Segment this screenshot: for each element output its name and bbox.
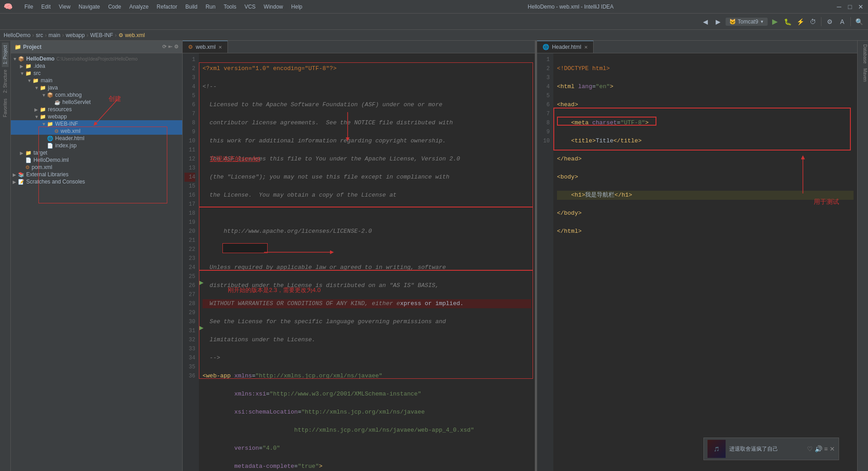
menu-build[interactable]: Build	[182, 3, 201, 11]
back-button[interactable]: ◀	[700, 16, 711, 27]
menu-run[interactable]: Run	[202, 3, 219, 11]
editor-area: ⚙ web.xml ✕ 12345 678910 1112131415 1617…	[183, 41, 857, 471]
tree-helloservlet[interactable]: ☕ helloServlet	[11, 99, 182, 106]
project-icon: 📦	[18, 56, 24, 62]
code-line: </head>	[557, 155, 854, 164]
search-button[interactable]: 🔍	[854, 16, 864, 27]
tree-arrow: ▼	[34, 114, 40, 119]
tree-label-webinf: WEB-INF	[55, 121, 78, 127]
tree-target[interactable]: ▶ 📁 target	[11, 149, 182, 156]
breadcrumb-webapp[interactable]: webapp	[66, 32, 85, 38]
database-tab[interactable]: Database	[859, 42, 868, 66]
menu-analyze[interactable]: Analyze	[126, 3, 152, 11]
menu-help[interactable]: Help	[288, 3, 306, 11]
tree-idea[interactable]: ▶ 📁 .idea	[11, 62, 182, 70]
tree-arrow: ▶	[13, 172, 18, 177]
translate-button[interactable]: A	[837, 16, 848, 27]
tab-structure[interactable]: 2: Structure	[2, 67, 9, 96]
menu-refactor[interactable]: Refactor	[153, 3, 181, 11]
tree-hellodemo-iml[interactable]: 📄 HelloDemo.iml	[11, 156, 182, 164]
collapse-icon[interactable]: ⇤	[168, 44, 172, 50]
tree-header-html[interactable]: 🌐 Header.html	[11, 135, 182, 142]
tab-header-html[interactable]: 🌐 Header.html ✕	[537, 41, 594, 53]
tree-label-idea: .idea	[33, 63, 45, 69]
minimize-button[interactable]: ─	[835, 3, 843, 10]
tree-hellodemo[interactable]: ▼ 📦 HelloDemo C:\Users\xbhog\IdeaProject…	[11, 55, 182, 62]
header-close[interactable]: ✕	[584, 45, 588, 50]
tab-project[interactable]: 1: Project	[2, 42, 9, 67]
tree-webxml[interactable]: ⚙ web.xml	[11, 127, 182, 135]
notification-controls: ♡ 🔊 ≡ ✕	[807, 445, 835, 452]
menu-window[interactable]: Window	[260, 3, 287, 11]
like-button[interactable]: ♡	[807, 445, 813, 452]
tree-label-target: target	[33, 150, 47, 156]
close-notif-button[interactable]: ✕	[830, 445, 835, 452]
gear-icon[interactable]: ⚙	[174, 44, 179, 50]
maven-tab[interactable]: Maven	[859, 66, 868, 84]
close-button[interactable]: ✕	[857, 3, 864, 10]
editors-row: ⚙ web.xml ✕ 12345 678910 1112131415 1617…	[183, 41, 857, 471]
run-button[interactable]: ▶	[769, 16, 780, 27]
sync-icon[interactable]: ⟳	[162, 44, 166, 50]
editor-pane-header: 🌐 Header.html ✕ 12345 678910 <!DOCTYPE h…	[537, 41, 857, 471]
tree-external-libs[interactable]: ▶ 📚 External Libraries	[11, 171, 182, 178]
menu-view[interactable]: View	[55, 3, 74, 11]
window-title: HelloDemo - web.xml - IntelliJ IDEA	[306, 4, 835, 10]
tree-package[interactable]: ▼ 📦 com.xbhog	[11, 91, 182, 99]
code-area-header[interactable]: 12345 678910 <!DOCTYPE html> <html lang=…	[537, 53, 857, 471]
code-line: (the "License"); you may not use this fi…	[203, 173, 531, 182]
menu-navigate[interactable]: Navigate	[75, 3, 104, 11]
tree-resources[interactable]: ▶ 📁 resources	[11, 106, 182, 113]
menu-vcs[interactable]: VCS	[241, 3, 259, 11]
debug-button[interactable]: 🐛	[782, 16, 793, 27]
project-tree: ▼ 📦 HelloDemo C:\Users\xbhog\IdeaProject…	[11, 53, 182, 471]
tree-arrow: ▼	[34, 85, 40, 90]
tree-scratches[interactable]: ▶ 📝 Scratches and Consoles	[11, 178, 182, 185]
tree-webinf[interactable]: ▼ 📁 WEB-INF	[11, 120, 182, 127]
tree-index-jsp[interactable]: 📄 index.jsp	[11, 142, 182, 149]
maximize-button[interactable]: □	[846, 3, 854, 10]
tree-src[interactable]: ▼ 📁 src	[11, 70, 182, 77]
breadcrumb-sep2: ›	[45, 32, 47, 38]
settings-button[interactable]: ⚙	[824, 16, 835, 27]
breadcrumb-webxml[interactable]: ⚙ web.xml	[118, 32, 145, 38]
breadcrumb-sep5: ›	[115, 32, 117, 38]
tree-webapp[interactable]: ▼ 📁 webapp	[11, 113, 182, 120]
run-config[interactable]: 🐱 Tomcat9 ▼	[726, 18, 768, 26]
forward-button[interactable]: ▶	[713, 16, 724, 27]
menu-file[interactable]: File	[21, 3, 37, 11]
code-line: The ASF licenses this file to You under …	[203, 155, 531, 164]
line-numbers-header: 12345 678910	[537, 53, 553, 471]
tree-arrow: ▼	[42, 93, 47, 98]
coverage-button[interactable]: ⚡	[795, 16, 806, 27]
code-line-8: <h1>我是导航栏</h1>	[557, 191, 854, 200]
left-panel-tabs: 1: Project 2: Structure Favorites	[0, 41, 11, 471]
breadcrumb-main[interactable]: main	[48, 32, 60, 38]
menu-tools[interactable]: Tools	[220, 3, 240, 11]
right-sidebar: Database Maven	[857, 41, 868, 471]
volume-button[interactable]: 🔊	[815, 445, 822, 452]
code-area-webxml[interactable]: 12345 678910 1112131415 1617181920 21222…	[183, 53, 535, 471]
menu-button[interactable]: ≡	[824, 445, 828, 452]
code-line: See the License for the specific languag…	[203, 317, 531, 326]
toolbar-sep	[821, 17, 821, 26]
toolbar-right: ◀ ▶ 🐱 Tomcat9 ▼ ▶ 🐛 ⚡ ⏱ ⚙ A 🔍	[700, 16, 864, 27]
tree-java[interactable]: ▼ 📁 java	[11, 84, 182, 91]
tab-favorites[interactable]: Favorites	[2, 96, 9, 120]
code-line: <web-app xmlns="http://xmlns.jcp.org/xml…	[203, 372, 531, 381]
breadcrumb-hellodemo[interactable]: HelloDemo	[4, 32, 30, 38]
code-line	[203, 245, 531, 254]
tree-pom[interactable]: ⚙ pom.xml	[11, 164, 182, 171]
tree-main[interactable]: ▼ 📁 main	[11, 77, 182, 84]
profile-button[interactable]: ⏱	[807, 16, 818, 27]
webxml-close[interactable]: ✕	[218, 45, 222, 50]
folder-icon: 📁	[40, 114, 46, 120]
project-folder-icon: 📁	[14, 44, 21, 50]
menu-edit[interactable]: Edit	[38, 3, 54, 11]
menu-code[interactable]: Code	[104, 3, 125, 11]
breadcrumb-src[interactable]: src	[36, 32, 43, 38]
breadcrumb-webinf[interactable]: WEB-INF	[90, 32, 113, 38]
tab-webxml[interactable]: ⚙ web.xml ✕	[183, 41, 228, 53]
title-left: 🧠 File Edit View Navigate Code Analyze R…	[4, 2, 306, 11]
code-line: <meta charset="UTF-8">	[557, 118, 854, 127]
